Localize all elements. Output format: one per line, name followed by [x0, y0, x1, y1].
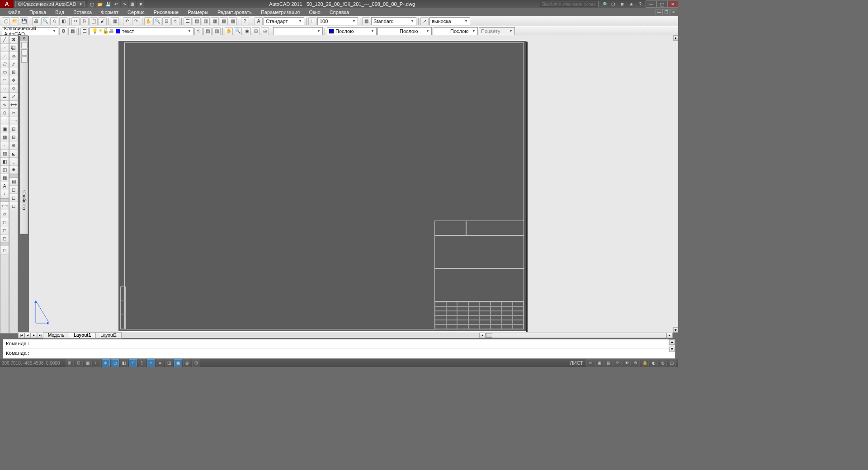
table-icon[interactable]: ▦: [0, 174, 9, 182]
redo-icon[interactable]: ↷: [121, 0, 128, 8]
array-icon[interactable]: ⊞: [9, 68, 18, 76]
layer-properties-icon[interactable]: ☰: [80, 27, 89, 35]
color-dropdown[interactable]: Послою▼: [327, 27, 377, 35]
quick-view-layouts-icon[interactable]: ▣: [595, 359, 604, 367]
undo-icon[interactable]: ↶: [113, 0, 120, 8]
text-style-icon[interactable]: A: [255, 17, 263, 25]
command-window[interactable]: Команда: Команда: ▲ ▼: [3, 339, 675, 359]
tool-m19-icon[interactable]: ◻: [9, 186, 18, 194]
zoom-realtime-icon[interactable]: 🔍: [153, 17, 161, 25]
tool-26-icon[interactable]: ◻: [0, 246, 9, 254]
snap-icon[interactable]: ⊡: [75, 359, 83, 367]
zoom-extents-icon[interactable]: ⊞: [252, 27, 260, 35]
palette-icon-3[interactable]: [21, 56, 28, 63]
scroll-up-icon[interactable]: ▲: [673, 35, 678, 41]
save-icon[interactable]: 💾: [104, 0, 112, 8]
ortho-icon[interactable]: ∟: [93, 359, 101, 367]
doc-restore-button[interactable]: ❐: [663, 9, 670, 15]
close-button[interactable]: ✕: [667, 0, 678, 8]
mirror-icon[interactable]: ⌯: [9, 52, 18, 60]
plot-style-dropdown[interactable]: Поцвету▼: [479, 27, 515, 35]
tool-24-icon[interactable]: ◻: [0, 226, 9, 235]
zoom-icon-2[interactable]: 🔍: [234, 27, 242, 35]
insert-block-icon[interactable]: ▣: [0, 125, 9, 133]
explode-icon[interactable]: ✸: [9, 166, 18, 174]
zoom-previous-icon[interactable]: ⟲: [171, 17, 179, 25]
plot-preview-icon[interactable]: 🔍: [41, 17, 49, 25]
polar-icon[interactable]: ⊕: [102, 359, 110, 367]
drawing-area[interactable]: [29, 35, 673, 333]
palette-icon-1[interactable]: [21, 42, 28, 48]
menu-modify[interactable]: Редактировать: [213, 9, 256, 16]
my-workspace-icon[interactable]: ▦: [68, 27, 76, 35]
help-btn-icon[interactable]: ?: [241, 17, 249, 25]
pline-icon[interactable]: ⟋: [0, 52, 9, 60]
maximize-button[interactable]: ▢: [656, 0, 667, 8]
am-icon[interactable]: ⊞: [192, 359, 200, 367]
transparency-icon[interactable]: ◫: [165, 359, 173, 367]
minimize-button[interactable]: —: [646, 0, 656, 8]
dim-style-dropdown[interactable]: Standard▼: [371, 17, 416, 25]
ducs-icon[interactable]: ⟆: [138, 359, 146, 367]
dim-scale-dropdown[interactable]: 100▼: [317, 17, 358, 25]
line-icon[interactable]: ╱: [0, 36, 9, 44]
circle-icon[interactable]: ○: [0, 85, 9, 93]
hardware-accel-icon[interactable]: ◐: [650, 359, 658, 367]
open-icon[interactable]: 📂: [96, 0, 104, 8]
print-icon[interactable]: 🖶: [129, 0, 136, 8]
mtext-icon[interactable]: A: [0, 182, 9, 190]
new-icon[interactable]: ▢: [88, 0, 95, 8]
coordinates-display[interactable]: 306.7010, -465.4598, 0.0000: [2, 361, 65, 366]
rectangle-icon[interactable]: ▭: [0, 68, 9, 76]
offset-icon[interactable]: ⫽: [9, 60, 18, 68]
steering-wheel-icon[interactable]: ◎: [261, 27, 269, 35]
break-at-point-icon[interactable]: ⊟: [9, 125, 18, 133]
annotation-scale-icon[interactable]: ⚖: [613, 359, 622, 367]
doc-close-button[interactable]: ✕: [670, 9, 677, 15]
tab-model[interactable]: Модель: [43, 332, 69, 338]
xline-icon[interactable]: ⟋: [0, 44, 9, 52]
model-space-icon[interactable]: ▭: [586, 359, 594, 367]
menu-draw[interactable]: Рисование: [149, 9, 183, 16]
hatch-icon[interactable]: ▨: [0, 150, 9, 158]
annotation-visibility-icon[interactable]: 👁: [623, 359, 631, 367]
tool-palettes-icon[interactable]: ▥: [202, 17, 210, 25]
stretch-icon[interactable]: ⟷: [9, 101, 18, 109]
publish-icon[interactable]: ⎙: [50, 17, 58, 25]
toolbar-lock-icon[interactable]: 🔒: [641, 359, 649, 367]
menu-dimension[interactable]: Размеры: [183, 9, 213, 16]
tab-prev-icon[interactable]: ◂: [24, 333, 31, 338]
favorite-icon[interactable]: ★: [627, 0, 635, 8]
menu-help[interactable]: Справка: [325, 9, 354, 16]
copy-obj-icon[interactable]: ⿻: [9, 44, 18, 52]
rotate-icon[interactable]: ↻: [9, 85, 18, 93]
save-file-icon[interactable]: 💾: [20, 17, 28, 25]
qat-chevron-down-icon[interactable]: ▼: [137, 0, 144, 8]
palette-close-icon[interactable]: ✕: [22, 36, 26, 41]
workspace-dropdown[interactable]: ⚙ Классический AutoCAD ▼: [15, 1, 85, 7]
lineweight-dropdown[interactable]: Послою▼: [433, 27, 478, 35]
revcloud-icon[interactable]: ☁: [0, 93, 9, 101]
dim-style-icon[interactable]: ⊢: [308, 17, 316, 25]
area-icon[interactable]: ▱: [0, 210, 9, 218]
pan-icon[interactable]: ✋: [144, 17, 152, 25]
polygon-icon[interactable]: ⬠: [0, 60, 9, 68]
properties-palette-tab[interactable]: ✕ Свойства: [20, 35, 28, 234]
vertical-scrollbar[interactable]: ▲ ▼: [673, 35, 678, 333]
menu-format[interactable]: Формат: [96, 9, 123, 16]
properties-icon[interactable]: ☰: [184, 17, 192, 25]
tab-first-icon[interactable]: |◂: [18, 333, 24, 338]
linetype-dropdown[interactable]: Послою▼: [377, 27, 432, 35]
menu-parametric[interactable]: Параметризация: [256, 9, 304, 16]
pan-icon-2[interactable]: ✋: [225, 27, 233, 35]
dyn-icon[interactable]: +: [147, 359, 155, 367]
undo-btn-icon[interactable]: ↶: [123, 17, 131, 25]
design-center-icon[interactable]: ▤: [193, 17, 201, 25]
quickcalc-icon[interactable]: ▨: [229, 17, 237, 25]
help-search-input[interactable]: [540, 1, 599, 7]
arc-icon[interactable]: ◠: [0, 76, 9, 85]
infer-constraints-icon[interactable]: ⊞: [66, 359, 74, 367]
help-icon[interactable]: ?: [637, 0, 644, 8]
tab-layout2[interactable]: Layout2: [95, 332, 122, 338]
horizontal-scrollbar[interactable]: ◂ ▸: [479, 333, 673, 338]
